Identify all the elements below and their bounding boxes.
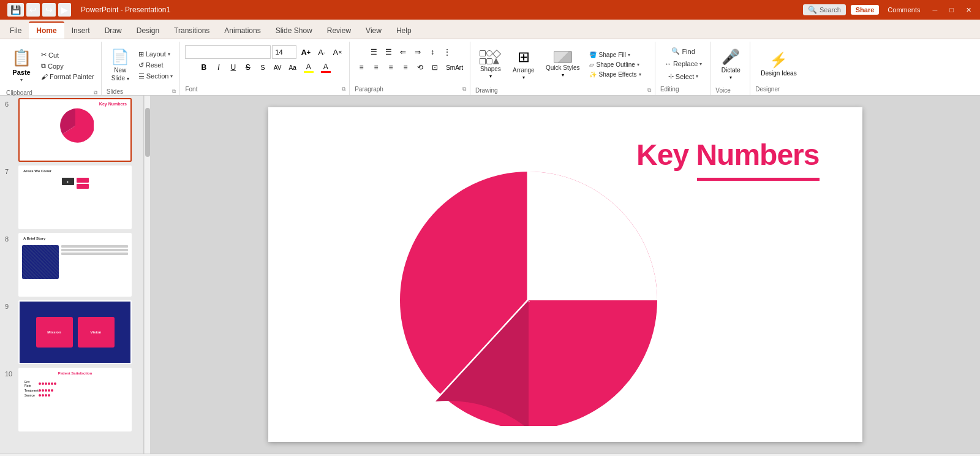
reset-button[interactable]: ↺ Reset	[135, 60, 176, 70]
layout-icon: ⊞	[138, 50, 144, 58]
drawing-footer: Drawing ⧉	[475, 86, 651, 96]
replace-button[interactable]: ↔ Replace ▾	[660, 58, 706, 69]
close-button[interactable]: ✕	[962, 5, 975, 15]
font-size-input[interactable]	[272, 45, 296, 59]
section-button[interactable]: ☰ Section ▾	[135, 71, 176, 82]
slide-thumb-7[interactable]: Areas We Cover ■	[18, 165, 132, 229]
slide-thumb-9[interactable]: Mission Vision	[18, 300, 132, 364]
slide-item-8[interactable]: 8 A Brief Story	[5, 233, 138, 297]
cut-button[interactable]: ✂ Cut	[38, 50, 97, 60]
slide-thumb-6[interactable]: Key Numbers	[18, 98, 132, 162]
tab-draw[interactable]: Draw	[97, 23, 129, 39]
slide-panel-scrollbar[interactable]	[144, 96, 150, 454]
increase-font-button[interactable]: A+	[298, 45, 314, 59]
tab-transitions[interactable]: Transitions	[167, 23, 217, 39]
clear-format-button[interactable]: A✕	[330, 45, 345, 59]
convert-smartart-button[interactable]: SmArt	[443, 61, 466, 74]
pie-chart-container[interactable]	[382, 169, 676, 428]
find-button[interactable]: 🔍 Find	[667, 45, 699, 57]
dot	[45, 382, 47, 385]
slide-item-9[interactable]: 9 Mission Vision	[5, 300, 138, 364]
undo-button[interactable]: ↩	[26, 3, 40, 17]
paste-label: Paste	[12, 69, 30, 76]
select-button[interactable]: ⊹ Select ▾	[664, 70, 703, 82]
comments-button[interactable]: Comments	[884, 5, 924, 15]
align-text-button[interactable]: ⊡	[428, 61, 442, 74]
font-color-button[interactable]: A	[318, 61, 334, 74]
decrease-font-button[interactable]: A-	[315, 45, 328, 59]
slide-thumb-10[interactable]: Patient Satisfaction Env Rate	[18, 368, 132, 431]
tab-design[interactable]: Design	[129, 23, 167, 39]
tab-file[interactable]: File	[2, 23, 29, 39]
slide-canvas[interactable]: Key Numbers	[268, 107, 862, 442]
minimize-button[interactable]: ─	[929, 5, 941, 15]
share-button[interactable]: Share	[851, 5, 880, 15]
slide-item-10[interactable]: 10 Patient Satisfaction Env Rate	[5, 368, 138, 431]
tab-view[interactable]: View	[358, 23, 389, 39]
drawing-label: Drawing	[475, 86, 498, 95]
font-case-button[interactable]: Aa	[285, 61, 299, 74]
slide-number-8: 8	[5, 233, 15, 243]
design-ideas-button[interactable]: ⚡ Design Ideas	[755, 48, 802, 80]
tab-help[interactable]: Help	[389, 23, 419, 39]
slide-item-7[interactable]: 7 Areas We Cover ■	[5, 165, 138, 229]
increase-indent-button[interactable]: ⇒	[411, 45, 424, 59]
redo-button[interactable]: ↪	[42, 3, 56, 17]
bullet-list-button[interactable]: ☰	[367, 45, 380, 59]
dictate-label: Dictate	[722, 67, 741, 74]
slide-10-row2: Treatment	[24, 389, 126, 392]
highlight-color-button[interactable]: A	[301, 61, 317, 74]
strikethrough-button[interactable]: S	[241, 61, 255, 74]
slides-expand-icon[interactable]: ⧉	[172, 88, 176, 95]
shape-outline-button[interactable]: ▱ Shape Outline ▾	[586, 60, 644, 69]
clipboard-group: 📋 Paste ▾ ✂ Cut ⧉ Copy 🖌 Format Painter	[2, 42, 102, 95]
decrease-indent-button[interactable]: ⇐	[396, 45, 410, 59]
tab-insert[interactable]: Insert	[64, 23, 97, 39]
underline-button[interactable]: U	[227, 61, 240, 74]
layout-button[interactable]: ⊞ Layout ▾	[135, 49, 176, 59]
shape-effects-button[interactable]: ✨ Shape Effects ▾	[586, 70, 644, 79]
shape-fill-button[interactable]: 🪣 Shape Fill ▾	[586, 50, 644, 59]
align-right-button[interactable]: ≡	[384, 61, 398, 74]
paragraph-expand-icon[interactable]: ⧉	[462, 86, 466, 93]
voice-footer: Voice	[715, 86, 746, 96]
paste-button[interactable]: 📋 Paste ▾	[6, 45, 37, 86]
clipboard-content: 📋 Paste ▾ ✂ Cut ⧉ Copy 🖌 Format Painter	[6, 43, 97, 88]
tab-slideshow[interactable]: Slide Show	[268, 23, 320, 39]
shapes-button[interactable]: Shapes ▾	[475, 47, 506, 82]
columns-button[interactable]: ⋮	[440, 45, 454, 59]
align-left-button[interactable]: ≡	[355, 61, 368, 74]
format-painter-button[interactable]: 🖌 Format Painter	[38, 72, 97, 82]
present-button[interactable]: ▶	[58, 3, 71, 17]
justify-button[interactable]: ≡	[399, 61, 412, 74]
font-name-input[interactable]	[185, 45, 271, 59]
save-button[interactable]: 💾	[7, 3, 24, 17]
align-center-button[interactable]: ≡	[369, 61, 383, 74]
quick-styles-button[interactable]: Quick Styles ▾	[541, 48, 584, 81]
dictate-button[interactable]: 🎤 Dictate ▾	[715, 45, 746, 83]
arrange-button[interactable]: ⊞ Arrange ▾	[508, 45, 539, 83]
scrollbar-thumb[interactable]	[145, 108, 150, 157]
slide-thumb-8[interactable]: A Brief Story	[18, 233, 132, 297]
line-spacing-button[interactable]: ↕	[426, 45, 439, 59]
clipboard-expand-icon[interactable]: ⧉	[94, 89, 97, 96]
text-direction-button[interactable]: ⟲	[413, 61, 427, 74]
design-ideas-label: Design Ideas	[761, 70, 796, 77]
tab-home[interactable]: Home	[29, 21, 64, 39]
italic-button[interactable]: I	[212, 61, 225, 74]
tab-review[interactable]: Review	[320, 23, 358, 39]
design-ideas-icon: ⚡	[769, 51, 788, 69]
font-expand-icon[interactable]: ⧉	[342, 86, 345, 93]
slide-number-7: 7	[5, 165, 15, 175]
tab-animations[interactable]: Animations	[217, 23, 268, 39]
numbered-list-button[interactable]: ☰	[382, 45, 395, 59]
slide-item-6[interactable]: 6 Key Numbers	[5, 98, 138, 162]
shadow-button[interactable]: S	[256, 61, 270, 74]
drawing-expand-icon[interactable]: ⧉	[647, 87, 651, 94]
maximize-button[interactable]: □	[946, 5, 957, 15]
bold-button[interactable]: B	[197, 61, 211, 74]
search-box[interactable]: 🔍 Search	[803, 4, 846, 15]
new-slide-button[interactable]: 📄 New Slide ▾	[107, 45, 134, 85]
copy-button[interactable]: ⧉ Copy	[38, 61, 97, 71]
char-spacing-button[interactable]: AV	[271, 61, 285, 74]
